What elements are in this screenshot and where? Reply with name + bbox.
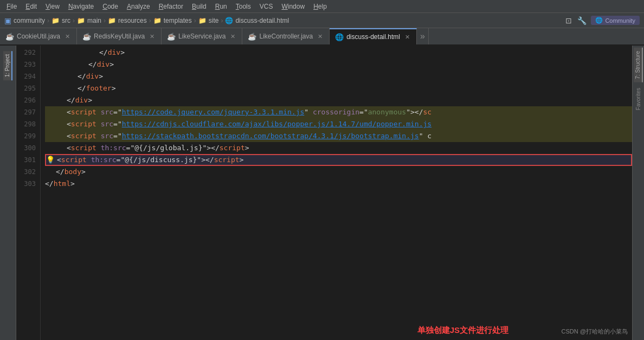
- code-line-297: <script src="https://code.jquery.com/jqu…: [45, 106, 632, 118]
- code-line-301: 💡 <script th:src="@{/js/discuss.js}"></s…: [45, 154, 632, 166]
- sidebar-favorites[interactable]: Favorites: [634, 85, 642, 113]
- code-line-293: </div>: [45, 59, 632, 70]
- code-line-303: </html>: [45, 178, 632, 190]
- java-icon: ☕: [5, 33, 14, 41]
- menu-build[interactable]: Build: [189, 2, 210, 11]
- tab-label: CookieUtil.java: [17, 33, 60, 40]
- breadcrumb-templates[interactable]: templates: [164, 17, 192, 24]
- breadcrumb-main[interactable]: main: [87, 17, 101, 24]
- line-num-301: 301: [16, 154, 36, 166]
- tab-likecontroller[interactable]: ☕ LikeController.java ✕: [242, 28, 330, 44]
- menu-help[interactable]: Help: [310, 2, 330, 11]
- breadcrumb-file[interactable]: discuss-detail.html: [235, 17, 289, 24]
- community-label: Community: [605, 17, 635, 24]
- html-icon: 🌐: [335, 33, 344, 41]
- lightbulb-icon[interactable]: 💡: [46, 154, 55, 166]
- right-sidebar: 7: Structure Favorites: [632, 46, 644, 340]
- tab-label: LikeService.java: [178, 33, 226, 40]
- tab-label: RedisKeyUtil.java: [94, 33, 145, 40]
- java-icon: ☕: [248, 33, 256, 41]
- tab-close-discuss-detail[interactable]: ✕: [404, 33, 411, 41]
- main-layout: 1: Project ◇ 292 293 ◇ 294 295 296 297 2…: [0, 46, 644, 340]
- folder-icon-src: 📁: [51, 17, 60, 24]
- sidebar-structure[interactable]: 7: Structure: [634, 48, 643, 82]
- menu-file[interactable]: File: [3, 2, 20, 11]
- folder-icon-resources: 📁: [108, 17, 116, 24]
- folder-icon-templates: 📁: [153, 17, 162, 24]
- menu-code[interactable]: Code: [99, 2, 121, 11]
- code-line-299: <script src="https://stackpath.bootstrap…: [45, 130, 632, 142]
- tab-overflow[interactable]: »: [417, 28, 429, 44]
- tab-close-likeservice[interactable]: ✕: [229, 33, 236, 41]
- breadcrumb-community[interactable]: community: [14, 17, 45, 24]
- java-icon: ☕: [82, 33, 91, 41]
- editor-area[interactable]: ◇ 292 293 ◇ 294 295 296 297 298 299 300 …: [16, 46, 632, 340]
- menu-tools[interactable]: Tools: [233, 2, 254, 11]
- breadcrumb-src[interactable]: src: [62, 17, 70, 24]
- tab-close-likecontroller[interactable]: ✕: [317, 33, 324, 41]
- tab-label: LikeController.java: [259, 33, 313, 40]
- code-line-292: </div>: [45, 47, 632, 59]
- sidebar-project[interactable]: 1: Project: [3, 51, 12, 80]
- line-num-296: 296: [16, 94, 36, 106]
- menu-edit[interactable]: Edit: [22, 2, 40, 11]
- left-sidebar: 1: Project: [0, 46, 16, 340]
- menu-bar: File Edit View Navigate Code Analyze Ref…: [0, 0, 644, 13]
- settings-icon[interactable]: 🔧: [576, 15, 588, 26]
- tab-discuss-detail[interactable]: 🌐 discuss-detail.html ✕: [330, 28, 417, 44]
- code-line-302: </body>: [45, 166, 632, 178]
- menu-navigate[interactable]: Navigate: [65, 2, 97, 11]
- tab-rediskeyutil[interactable]: ☕ RedisKeyUtil.java ✕: [77, 28, 162, 44]
- menu-vcs[interactable]: VCS: [256, 2, 276, 11]
- line-num-303: 303: [16, 178, 36, 190]
- java-icon: ☕: [167, 33, 176, 41]
- line-num-295: 295: [16, 82, 36, 94]
- folder-icon-site: 📁: [198, 17, 207, 24]
- line-num-300: 300: [16, 142, 36, 154]
- code-line-296: </div>: [45, 94, 632, 106]
- tab-close-cookieutil[interactable]: ✕: [64, 33, 71, 41]
- code-line-295: </footer>: [45, 82, 632, 94]
- community-globe-icon: 🌐: [595, 17, 603, 24]
- credit-text: CSDN @打哈哈的小菜鸟: [562, 328, 628, 336]
- menu-refactor[interactable]: Refactor: [156, 2, 186, 11]
- tabs-bar: ☕ CookieUtil.java ✕ ☕ RedisKeyUtil.java …: [0, 28, 644, 46]
- tab-cookieutil[interactable]: ☕ CookieUtil.java ✕: [0, 28, 77, 44]
- annotation-text: 单独创建JS文件进行处理: [417, 325, 508, 336]
- breadcrumb-site[interactable]: site: [209, 17, 219, 24]
- community-badge[interactable]: 🌐 Community: [591, 16, 640, 25]
- line-num-297: 297: [16, 106, 36, 118]
- line-num-299: 299: [16, 130, 36, 142]
- line-num-302: ◇ 302: [16, 166, 36, 178]
- menu-view[interactable]: View: [42, 2, 63, 11]
- breadcrumb-bar: ▣ community › 📁 src › 📁 main › 📁 resourc…: [0, 13, 644, 28]
- line-num-293: 293: [16, 59, 36, 70]
- tab-close-rediskeyutil[interactable]: ✕: [149, 33, 156, 41]
- line-num-292: ◇ 292: [16, 47, 36, 59]
- menu-window[interactable]: Window: [278, 2, 308, 11]
- folder-icon-main: 📁: [77, 17, 85, 24]
- code-line-294: </div>: [45, 70, 632, 82]
- menu-analyze[interactable]: Analyze: [124, 2, 153, 11]
- project-icon: ▣: [4, 16, 11, 25]
- breadcrumb-resources[interactable]: resources: [118, 17, 147, 24]
- line-numbers: ◇ 292 293 ◇ 294 295 296 297 298 299 300 …: [16, 46, 41, 340]
- file-icon-html: 🌐: [225, 17, 233, 24]
- code-line-300: <script th:src="@{/js/global.js}"></scri…: [45, 142, 632, 154]
- menu-run[interactable]: Run: [212, 2, 230, 11]
- window-icon[interactable]: ⊡: [564, 15, 573, 26]
- breadcrumb-actions: ⊡ 🔧 🌐 Community: [564, 15, 640, 26]
- line-num-298: 298: [16, 118, 36, 130]
- tab-likeservice[interactable]: ☕ LikeService.java ✕: [162, 28, 242, 44]
- line-num-294: ◇ 294: [16, 70, 36, 82]
- code-content[interactable]: </div> </div> </div> </footer>: [41, 46, 632, 340]
- editor-wrapper: ◇ 292 293 ◇ 294 295 296 297 298 299 300 …: [16, 46, 644, 340]
- code-line-298: <script src="https://cdnjs.cloudflare.co…: [45, 118, 632, 130]
- tab-label: discuss-detail.html: [346, 33, 400, 41]
